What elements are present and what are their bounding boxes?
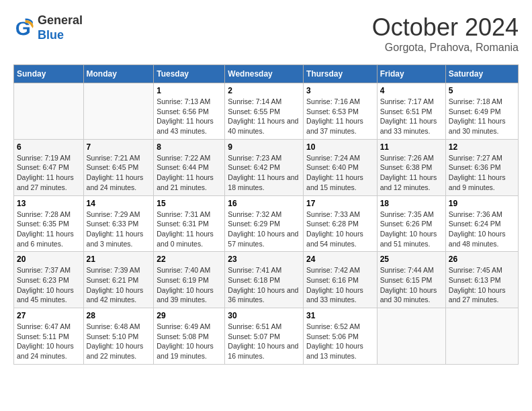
day-info: Sunrise: 7:26 AM Sunset: 6:38 PM Dayligh… bbox=[380, 153, 443, 193]
day-info: Sunrise: 6:52 AM Sunset: 5:06 PM Dayligh… bbox=[306, 322, 374, 361]
day-info: Sunrise: 6:51 AM Sunset: 5:07 PM Dayligh… bbox=[228, 322, 300, 361]
day-number: 9 bbox=[228, 142, 300, 152]
logo-line1: General bbox=[38, 13, 83, 28]
week-row-4: 20Sunrise: 7:37 AM Sunset: 6:23 PM Dayli… bbox=[14, 252, 519, 308]
day-info: Sunrise: 7:39 AM Sunset: 6:21 PM Dayligh… bbox=[87, 265, 151, 305]
calendar-cell: 28Sunrise: 6:48 AM Sunset: 5:10 PM Dayli… bbox=[83, 308, 154, 365]
day-number: 19 bbox=[449, 199, 515, 208]
calendar-cell: 31Sunrise: 6:52 AM Sunset: 5:06 PM Dayli… bbox=[304, 308, 378, 365]
calendar-cell: 11Sunrise: 7:26 AM Sunset: 6:38 PM Dayli… bbox=[377, 139, 445, 195]
calendar-cell: 24Sunrise: 7:42 AM Sunset: 6:16 PM Dayli… bbox=[304, 252, 378, 308]
day-info: Sunrise: 6:47 AM Sunset: 5:11 PM Dayligh… bbox=[17, 322, 81, 361]
day-number: 31 bbox=[306, 311, 374, 320]
column-header-saturday: Saturday bbox=[445, 65, 518, 83]
calendar-cell: 22Sunrise: 7:40 AM Sunset: 6:19 PM Dayli… bbox=[154, 252, 225, 308]
day-number: 11 bbox=[380, 142, 443, 152]
calendar-subtitle: Gorgota, Prahova, Romania bbox=[372, 42, 519, 54]
day-info: Sunrise: 7:32 AM Sunset: 6:29 PM Dayligh… bbox=[228, 210, 300, 249]
day-info: Sunrise: 7:40 AM Sunset: 6:19 PM Dayligh… bbox=[157, 265, 222, 305]
calendar-cell bbox=[14, 83, 84, 140]
day-number: 30 bbox=[228, 311, 300, 320]
logo-icon bbox=[13, 17, 35, 39]
day-number: 24 bbox=[306, 255, 374, 264]
calendar-cell: 8Sunrise: 7:22 AM Sunset: 6:44 PM Daylig… bbox=[154, 139, 225, 195]
calendar-cell: 17Sunrise: 7:33 AM Sunset: 6:28 PM Dayli… bbox=[304, 195, 378, 252]
day-number: 1 bbox=[157, 86, 222, 95]
day-info: Sunrise: 7:36 AM Sunset: 6:24 PM Dayligh… bbox=[449, 210, 515, 249]
page-header: General Blue October 2024 Gorgota, Praho… bbox=[13, 13, 519, 54]
day-info: Sunrise: 7:33 AM Sunset: 6:28 PM Dayligh… bbox=[306, 210, 374, 249]
day-number: 12 bbox=[449, 142, 515, 152]
calendar-cell: 4Sunrise: 7:17 AM Sunset: 6:51 PM Daylig… bbox=[377, 83, 445, 140]
day-info: Sunrise: 7:22 AM Sunset: 6:44 PM Dayligh… bbox=[157, 153, 222, 193]
day-info: Sunrise: 7:37 AM Sunset: 6:23 PM Dayligh… bbox=[17, 265, 81, 305]
day-number: 27 bbox=[17, 311, 81, 320]
day-number: 6 bbox=[17, 142, 81, 152]
calendar-cell: 23Sunrise: 7:41 AM Sunset: 6:18 PM Dayli… bbox=[225, 252, 304, 308]
day-info: Sunrise: 7:13 AM Sunset: 6:56 PM Dayligh… bbox=[157, 97, 222, 136]
day-number: 26 bbox=[449, 255, 515, 264]
day-info: Sunrise: 7:21 AM Sunset: 6:45 PM Dayligh… bbox=[87, 153, 151, 193]
day-number: 5 bbox=[449, 86, 515, 95]
week-row-1: 1Sunrise: 7:13 AM Sunset: 6:56 PM Daylig… bbox=[14, 83, 519, 140]
calendar-title: October 2024 bbox=[372, 13, 519, 42]
calendar-cell: 10Sunrise: 7:24 AM Sunset: 6:40 PM Dayli… bbox=[304, 139, 378, 195]
calendar-cell: 19Sunrise: 7:36 AM Sunset: 6:24 PM Dayli… bbox=[445, 195, 518, 252]
day-info: Sunrise: 7:35 AM Sunset: 6:26 PM Dayligh… bbox=[380, 210, 443, 249]
day-info: Sunrise: 7:14 AM Sunset: 6:55 PM Dayligh… bbox=[228, 97, 300, 136]
calendar-cell bbox=[445, 308, 518, 365]
day-info: Sunrise: 7:24 AM Sunset: 6:40 PM Dayligh… bbox=[306, 153, 374, 193]
calendar-cell: 26Sunrise: 7:45 AM Sunset: 6:13 PM Dayli… bbox=[445, 252, 518, 308]
day-number: 16 bbox=[228, 199, 300, 208]
calendar-cell: 3Sunrise: 7:16 AM Sunset: 6:53 PM Daylig… bbox=[304, 83, 378, 140]
calendar-cell: 9Sunrise: 7:23 AM Sunset: 6:42 PM Daylig… bbox=[225, 139, 304, 195]
day-info: Sunrise: 7:31 AM Sunset: 6:31 PM Dayligh… bbox=[157, 210, 222, 249]
header-row: SundayMondayTuesdayWednesdayThursdayFrid… bbox=[14, 65, 519, 83]
column-header-monday: Monday bbox=[83, 65, 154, 83]
column-header-sunday: Sunday bbox=[14, 65, 84, 83]
column-header-friday: Friday bbox=[377, 65, 445, 83]
day-info: Sunrise: 7:41 AM Sunset: 6:18 PM Dayligh… bbox=[228, 265, 300, 305]
calendar-cell: 2Sunrise: 7:14 AM Sunset: 6:55 PM Daylig… bbox=[225, 83, 304, 140]
day-number: 17 bbox=[306, 199, 374, 208]
day-number: 13 bbox=[17, 199, 81, 208]
day-number: 2 bbox=[228, 86, 300, 95]
calendar-cell bbox=[377, 308, 445, 365]
calendar-cell: 13Sunrise: 7:28 AM Sunset: 6:35 PM Dayli… bbox=[14, 195, 84, 252]
calendar-cell: 15Sunrise: 7:31 AM Sunset: 6:31 PM Dayli… bbox=[154, 195, 225, 252]
calendar-cell: 16Sunrise: 7:32 AM Sunset: 6:29 PM Dayli… bbox=[225, 195, 304, 252]
day-number: 14 bbox=[87, 199, 151, 208]
day-number: 23 bbox=[228, 255, 300, 264]
calendar-cell: 12Sunrise: 7:27 AM Sunset: 6:36 PM Dayli… bbox=[445, 139, 518, 195]
week-row-5: 27Sunrise: 6:47 AM Sunset: 5:11 PM Dayli… bbox=[14, 308, 519, 365]
day-number: 7 bbox=[87, 142, 151, 152]
calendar-cell: 14Sunrise: 7:29 AM Sunset: 6:33 PM Dayli… bbox=[83, 195, 154, 252]
calendar-cell: 1Sunrise: 7:13 AM Sunset: 6:56 PM Daylig… bbox=[154, 83, 225, 140]
calendar-cell: 29Sunrise: 6:49 AM Sunset: 5:08 PM Dayli… bbox=[154, 308, 225, 365]
week-row-3: 13Sunrise: 7:28 AM Sunset: 6:35 PM Dayli… bbox=[14, 195, 519, 252]
logo: General Blue bbox=[13, 13, 83, 42]
day-info: Sunrise: 7:28 AM Sunset: 6:35 PM Dayligh… bbox=[17, 210, 81, 249]
column-header-tuesday: Tuesday bbox=[154, 65, 225, 83]
day-info: Sunrise: 7:23 AM Sunset: 6:42 PM Dayligh… bbox=[228, 153, 300, 193]
calendar-cell: 18Sunrise: 7:35 AM Sunset: 6:26 PM Dayli… bbox=[377, 195, 445, 252]
calendar-cell: 20Sunrise: 7:37 AM Sunset: 6:23 PM Dayli… bbox=[14, 252, 84, 308]
day-info: Sunrise: 6:49 AM Sunset: 5:08 PM Dayligh… bbox=[157, 322, 222, 361]
day-info: Sunrise: 7:18 AM Sunset: 6:49 PM Dayligh… bbox=[449, 97, 515, 136]
day-number: 4 bbox=[380, 86, 443, 95]
day-number: 3 bbox=[306, 86, 374, 95]
calendar-cell: 6Sunrise: 7:19 AM Sunset: 6:47 PM Daylig… bbox=[14, 139, 84, 195]
calendar-cell: 30Sunrise: 6:51 AM Sunset: 5:07 PM Dayli… bbox=[225, 308, 304, 365]
day-info: Sunrise: 7:29 AM Sunset: 6:33 PM Dayligh… bbox=[87, 210, 151, 249]
day-info: Sunrise: 7:45 AM Sunset: 6:13 PM Dayligh… bbox=[449, 265, 515, 305]
calendar-cell: 7Sunrise: 7:21 AM Sunset: 6:45 PM Daylig… bbox=[83, 139, 154, 195]
day-info: Sunrise: 7:27 AM Sunset: 6:36 PM Dayligh… bbox=[449, 153, 515, 193]
day-info: Sunrise: 7:44 AM Sunset: 6:15 PM Dayligh… bbox=[380, 265, 443, 305]
day-number: 28 bbox=[87, 311, 151, 320]
calendar-table: SundayMondayTuesdayWednesdayThursdayFrid… bbox=[13, 64, 519, 365]
calendar-cell: 21Sunrise: 7:39 AM Sunset: 6:21 PM Dayli… bbox=[83, 252, 154, 308]
week-row-2: 6Sunrise: 7:19 AM Sunset: 6:47 PM Daylig… bbox=[14, 139, 519, 195]
calendar-cell: 27Sunrise: 6:47 AM Sunset: 5:11 PM Dayli… bbox=[14, 308, 84, 365]
calendar-cell: 5Sunrise: 7:18 AM Sunset: 6:49 PM Daylig… bbox=[445, 83, 518, 140]
day-info: Sunrise: 7:42 AM Sunset: 6:16 PM Dayligh… bbox=[306, 265, 374, 305]
